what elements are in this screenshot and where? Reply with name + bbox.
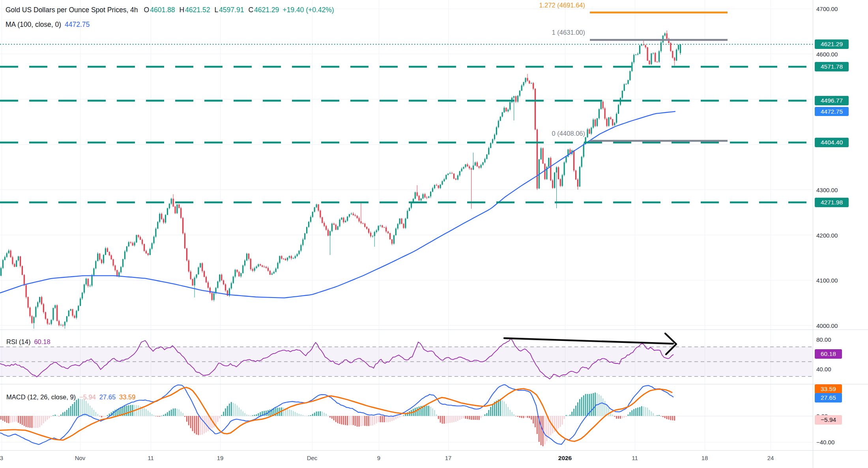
time-axis-strip[interactable] [0,450,868,468]
price-axis-strip[interactable] [813,0,868,450]
chart-canvas[interactable] [0,0,868,468]
trading-chart-window: Gold US Dollars per Ounce Spot Prices, 4… [0,0,868,468]
